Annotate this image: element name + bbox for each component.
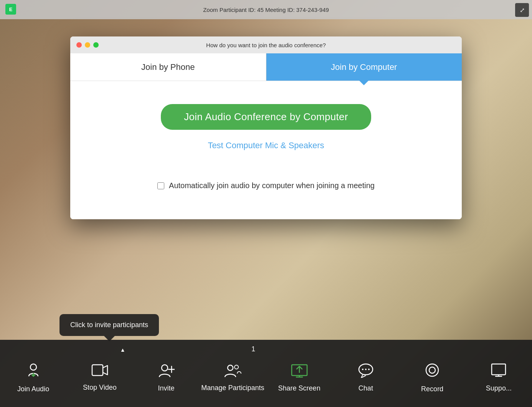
svg-point-5: [228, 365, 233, 371]
modal-titlebar: How do you want to join the audio confer…: [70, 36, 462, 53]
join-audio-icon: [25, 362, 42, 381]
toolbar-join-audio[interactable]: Join Audio: [0, 340, 66, 407]
avatar-icon: E: [5, 4, 16, 15]
audio-conference-modal: How do you want to join the audio confer…: [70, 36, 462, 219]
participants-label: Manage Participants: [201, 384, 264, 392]
toolbar: Join Audio Stop Video ▲ Invite 1: [0, 340, 532, 407]
fullscreen-button[interactable]: ⤢: [515, 3, 529, 17]
svg-point-0: [30, 364, 36, 370]
fullscreen-icon: ⤢: [520, 7, 525, 14]
title-bar: Zoom Participant ID: 45 Meeting ID: 374-…: [0, 0, 532, 19]
svg-point-11: [362, 369, 363, 370]
toolbar-record[interactable]: Record: [399, 340, 466, 407]
modal-body: Join Audio Conference by Computer Test C…: [70, 81, 462, 219]
auto-join-row: Automatically join audio by computer whe…: [157, 181, 375, 190]
svg-rect-16: [492, 364, 506, 375]
tab-join-by-phone[interactable]: Join by Phone: [70, 53, 266, 81]
modal-title: How do you want to join the audio confer…: [206, 42, 326, 48]
svg-point-12: [365, 369, 367, 370]
invite-tooltip: Click to invite participants: [59, 314, 159, 336]
invite-icon: [158, 362, 175, 381]
title-text: Zoom Participant ID: 45 Meeting ID: 374-…: [203, 7, 329, 13]
toolbar-chat[interactable]: Chat: [332, 340, 399, 407]
minimize-button[interactable]: [85, 42, 90, 48]
chat-label: Chat: [359, 384, 373, 392]
support-icon: [490, 362, 507, 381]
share-screen-label: Share Screen: [278, 384, 321, 392]
toolbar-share-screen[interactable]: Share Screen: [266, 340, 332, 407]
svg-point-6: [235, 365, 238, 369]
stop-video-label: Stop Video: [83, 384, 117, 392]
close-button[interactable]: [76, 42, 82, 48]
toolbar-manage-participants[interactable]: 1 Manage Participants: [200, 340, 266, 407]
svg-rect-1: [92, 365, 103, 376]
tab-join-by-computer[interactable]: Join by Computer: [266, 53, 462, 81]
toolbar-stop-video[interactable]: Stop Video ▲: [66, 340, 133, 407]
video-caret-icon[interactable]: ▲: [120, 347, 126, 353]
record-label: Record: [421, 385, 443, 393]
participants-icon: [223, 363, 242, 380]
auto-join-checkbox[interactable]: [157, 182, 164, 189]
toolbar-invite[interactable]: Invite: [133, 340, 200, 407]
chat-icon: [357, 362, 374, 381]
svg-point-13: [368, 369, 370, 370]
participants-count-badge: 1: [251, 345, 255, 353]
invite-label: Invite: [158, 384, 175, 392]
stop-video-icon: [91, 363, 108, 380]
support-label: Suppo...: [486, 384, 512, 392]
svg-point-14: [426, 364, 438, 376]
svg-point-2: [162, 365, 168, 371]
maximize-button[interactable]: [93, 42, 99, 48]
share-screen-icon: [291, 362, 308, 381]
modal-tabs: Join by Phone Join by Computer: [70, 53, 462, 81]
auto-join-label: Automatically join audio by computer whe…: [169, 181, 375, 190]
toolbar-support[interactable]: Suppo...: [466, 340, 532, 407]
join-audio-conference-button[interactable]: Join Audio Conference by Computer: [161, 104, 371, 130]
test-mic-speakers-link[interactable]: Test Computer Mic & Speakers: [208, 141, 324, 151]
svg-point-15: [429, 367, 435, 373]
join-audio-label: Join Audio: [17, 385, 49, 393]
record-icon: [424, 362, 441, 381]
window-controls: [76, 42, 99, 48]
